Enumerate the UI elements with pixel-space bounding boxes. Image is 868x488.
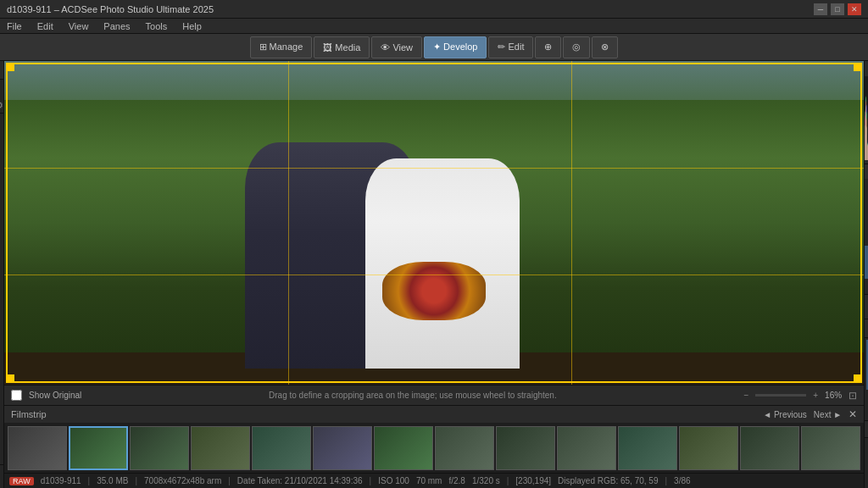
- close-button[interactable]: ✕: [848, 3, 861, 15]
- dimensions-status: 7008x4672x48b arm: [144, 476, 221, 485]
- photo-bouquet: [382, 262, 486, 320]
- history-panel: History Snapshots ⊞ ✕ ▶ Lens Correction …: [865, 319, 868, 420]
- grid-v2: [571, 61, 572, 385]
- menubar: File Edit View Panes Tools Help: [0, 19, 868, 34]
- zoom-out-icon[interactable]: −: [743, 391, 748, 400]
- preset-group-landscape: ▼ Landscape Crush Darker Sky Detailed Fa…: [865, 164, 868, 294]
- info-palette: Info Palette ⊞ ✕ MODEL-NAME FE 24-70mm F…: [865, 420, 868, 488]
- thumb-11[interactable]: [618, 426, 677, 470]
- extra-btn2[interactable]: ◎: [563, 36, 590, 58]
- preset-group-header[interactable]: ▼ Landscape: [865, 164, 868, 179]
- image-area[interactable]: [4, 61, 864, 385]
- crop-handle-tr[interactable]: [854, 63, 862, 71]
- preset-pop[interactable]: Pop: [865, 279, 868, 293]
- thumb-2[interactable]: [69, 426, 128, 470]
- thumb-8[interactable]: [435, 426, 494, 470]
- date-taken-status: Date Taken: 21/10/2021 14:39:36: [237, 476, 363, 485]
- thumb-10[interactable]: [557, 426, 616, 470]
- thumb-13[interactable]: [740, 426, 799, 470]
- app-title: d1039-911 – ACDSee Photo Studio Ultimate…: [7, 4, 214, 14]
- thumb-1[interactable]: [8, 426, 67, 470]
- thumb-14[interactable]: [801, 426, 860, 470]
- thumb-6[interactable]: [313, 426, 372, 470]
- right-panel: Histogram ⊞ ✕ 0.08% 0.72% Develop Preset…: [864, 61, 868, 488]
- show-original-checkbox[interactable]: [11, 390, 22, 401]
- histogram-canvas: [865, 76, 868, 160]
- window-controls: ─ □ ✕: [814, 3, 861, 15]
- page-status: 3/86: [674, 476, 690, 485]
- coords-status: [230,194]: [515, 476, 551, 485]
- image-toolbar: Show Original Drag to define a cropping …: [4, 385, 864, 405]
- thumb-4[interactable]: [191, 426, 250, 470]
- extra-btn3[interactable]: ⊗: [592, 36, 618, 58]
- histogram-area: Histogram ⊞ ✕ 0.08% 0.72%: [865, 61, 868, 146]
- extra-btn1[interactable]: ⊕: [535, 36, 561, 58]
- minimize-button[interactable]: ─: [814, 3, 827, 15]
- thumb-7[interactable]: [374, 426, 433, 470]
- info-palette-header: Info Palette ⊞ ✕: [865, 421, 868, 438]
- edit-button[interactable]: ✏ Edit: [488, 36, 533, 58]
- filename-status: d1039-911: [41, 476, 81, 485]
- menu-edit[interactable]: Edit: [34, 21, 57, 31]
- presets-list: ▼ Landscape Crush Darker Sky Detailed Fa…: [865, 164, 868, 294]
- filmstrip-title: Filmstrip: [11, 409, 47, 419]
- zoom-slider-area: [755, 394, 806, 396]
- iso-status: ISO 100: [378, 476, 409, 485]
- info-content: MODEL-NAME FE 24-70mm F2.8 GM 7008x4672 …: [865, 438, 868, 488]
- preset-fall[interactable]: Fall: [865, 231, 868, 246]
- filmstrip-area: Filmstrip ◄ Previous Next ► ✕: [4, 405, 864, 473]
- history-header: History Snapshots ⊞ ✕: [865, 319, 868, 338]
- media-button[interactable]: 🖼 Media: [314, 36, 370, 58]
- image-container: [4, 61, 864, 385]
- aperture-status: f/2.8: [448, 476, 465, 485]
- manage-button[interactable]: ⊞ Manage: [250, 36, 313, 58]
- menu-panes[interactable]: Panes: [100, 21, 133, 31]
- focal-status: 70 mm: [416, 476, 442, 485]
- grid-h1: [4, 168, 864, 169]
- thumb-12[interactable]: [679, 426, 738, 470]
- preset-crush[interactable]: Crush: [865, 179, 868, 193]
- photo-sky: [4, 61, 864, 100]
- menu-tools[interactable]: Tools: [142, 21, 171, 31]
- crop-handle-bl[interactable]: [6, 374, 14, 383]
- center-panel: Show Original Drag to define a cropping …: [4, 61, 864, 488]
- drag-hint-text: Drag to define a cropping area on the im…: [88, 391, 737, 400]
- filmstrip-close-button[interactable]: ✕: [849, 408, 857, 420]
- filmstrip-nav: ◄ Previous Next ► ✕: [763, 408, 857, 420]
- preset-darker-sky[interactable]: Darker Sky: [865, 193, 868, 217]
- grid-h2: [4, 274, 864, 275]
- main-area: Develop Tools ⚙ ✕ Tune Detail Geometry R…: [0, 61, 868, 488]
- preset-detailed[interactable]: Detailed: [865, 217, 868, 231]
- history-list: ▶ Lens Correction – Enable lens correcti…: [865, 338, 868, 420]
- shutter-status: 1/320 s: [472, 476, 500, 485]
- histogram-header: Histogram ⊞ ✕: [865, 61, 868, 76]
- panel-settings-icon[interactable]: ⚙: [0, 100, 3, 111]
- crop-handle-br[interactable]: [854, 374, 862, 383]
- grid-v1: [288, 61, 289, 385]
- preset-actions: + ↑ ⋯: [865, 294, 868, 319]
- preset-high-dynamic-range[interactable]: High Dynamic Range: [865, 246, 868, 279]
- menu-view[interactable]: View: [65, 21, 92, 31]
- raw-badge: RAW: [9, 477, 34, 485]
- menu-file[interactable]: File: [3, 21, 25, 31]
- thumb-5[interactable]: [252, 426, 311, 470]
- filmstrip-scroll[interactable]: [4, 423, 864, 474]
- zoom-in-icon[interactable]: +: [813, 391, 818, 400]
- thumb-3[interactable]: [130, 426, 189, 470]
- presets-panel: Develop Presets ⊞ ✕ ▼ Landscape Crush Da…: [865, 146, 868, 319]
- filmstrip-header: Filmstrip ◄ Previous Next ► ✕: [4, 406, 864, 423]
- maximize-button[interactable]: □: [831, 3, 844, 15]
- filesize-status: 35.0 MB: [97, 476, 128, 485]
- next-button[interactable]: Next ►: [814, 410, 842, 419]
- statusbar: RAW d1039-911 | 35.0 MB | 7008x4672x48b …: [4, 473, 864, 488]
- top-toolbar: ⊞ Manage 🖼 Media 👁 View ✦ Develop ✏ Edit…: [0, 34, 868, 61]
- crop-handle-tl[interactable]: [6, 63, 14, 71]
- view-button[interactable]: 👁 View: [371, 36, 422, 58]
- fit-button[interactable]: ⊡: [849, 390, 857, 402]
- show-original-label: Show Original: [29, 391, 81, 400]
- develop-button[interactable]: ✦ Develop: [424, 36, 487, 58]
- menu-help[interactable]: Help: [179, 21, 205, 31]
- thumb-9[interactable]: [496, 426, 555, 470]
- rgb-status: Displayed RGB: 65, 70, 59: [558, 476, 658, 485]
- prev-button[interactable]: ◄ Previous: [763, 410, 807, 419]
